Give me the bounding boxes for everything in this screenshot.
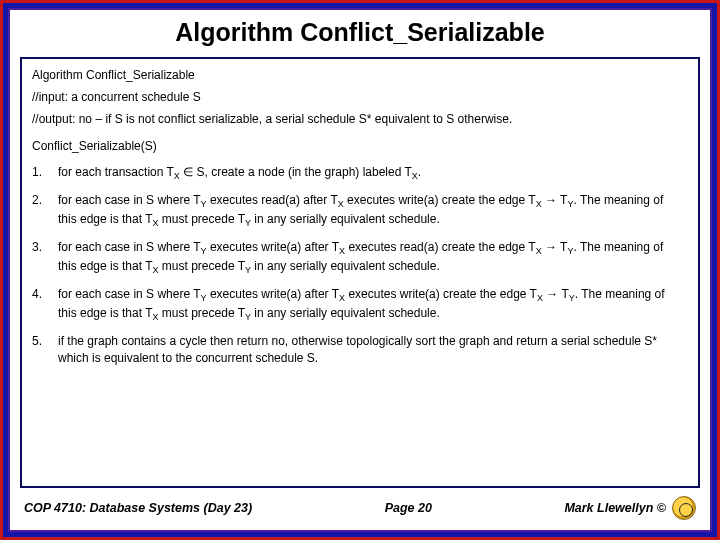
footer-left: COP 4710: Database Systems (Day 23) (24, 501, 252, 515)
step-text: for each transaction TX ∈ S, create a no… (58, 160, 688, 189)
footer-right: Mark Llewellyn © (564, 496, 696, 520)
content-box: Algorithm Conflict_Serializable //input:… (20, 57, 700, 488)
steps-table: 1.for each transaction TX ∈ S, create a … (32, 160, 688, 372)
output-line: //output: no – if S is not conflict seri… (32, 111, 688, 127)
step-row: 4.for each case in S where TY executes w… (32, 282, 688, 329)
step-row: 5.if the graph contains a cycle then ret… (32, 329, 688, 371)
algo-name: Algorithm Conflict_Serializable (32, 67, 688, 83)
step-text: for each case in S where TY executes wri… (58, 235, 688, 282)
step-text: for each case in S where TY executes rea… (58, 188, 688, 235)
frame-blue: Algorithm Conflict_Serializable Algorith… (3, 3, 717, 537)
step-number: 3. (32, 235, 58, 282)
footer: COP 4710: Database Systems (Day 23) Page… (10, 488, 710, 530)
step-number: 5. (32, 329, 58, 371)
step-number: 4. (32, 282, 58, 329)
footer-author: Mark Llewellyn © (564, 501, 666, 515)
step-text: if the graph contains a cycle then retur… (58, 329, 688, 371)
step-row: 1.for each transaction TX ∈ S, create a … (32, 160, 688, 189)
ucf-logo-icon (672, 496, 696, 520)
title-area: Algorithm Conflict_Serializable (10, 10, 710, 57)
step-number: 2. (32, 188, 58, 235)
slide-title: Algorithm Conflict_Serializable (10, 18, 710, 47)
step-number: 1. (32, 160, 58, 189)
input-line: //input: a concurrent schedule S (32, 89, 688, 105)
step-row: 2.for each case in S where TY executes r… (32, 188, 688, 235)
step-row: 3.for each case in S where TY executes w… (32, 235, 688, 282)
fn-header: Conflict_Serializable(S) (32, 138, 688, 154)
footer-page: Page 20 (385, 501, 432, 515)
frame-red: Algorithm Conflict_Serializable Algorith… (0, 0, 720, 540)
step-text: for each case in S where TY executes wri… (58, 282, 688, 329)
frame-purple: Algorithm Conflict_Serializable Algorith… (8, 8, 712, 532)
